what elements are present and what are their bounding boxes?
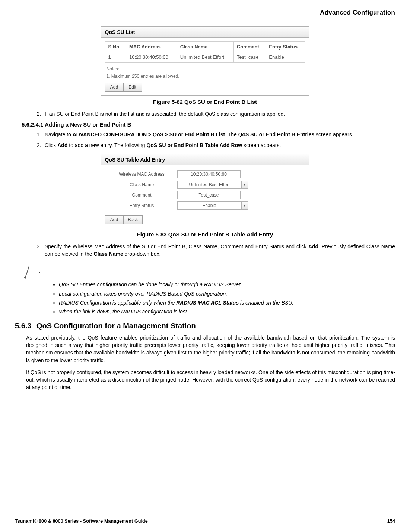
panel-title: QoS SU List [101,27,309,38]
t: Class Name [94,251,123,257]
row-class: Class Name Unlimited Best Effort ▾ [101,179,309,190]
col-mac: MAC Address [126,42,177,52]
page-header: Advanced Configuration [15,9,395,19]
cell-mac: 10:20:30:40:50:60 [126,52,177,63]
t: drop-down box. [123,251,160,257]
step-1: Navigate to ADVANCED CONFIGURATION > QoS… [42,131,395,138]
chevron-down-icon[interactable]: ▾ [241,181,248,189]
table-header-row: S.No. MAC Address Class Name Comment Ent… [105,42,305,52]
notes-label: Notes: [101,66,309,74]
note-icon [26,263,38,278]
t: QoS SU or End Point B Table Add Row [146,142,242,148]
cell-sno: 1 [105,52,126,63]
input-comment[interactable]: Test_case [177,191,241,199]
row-comment: Comment Test_case [101,190,309,200]
add-button[interactable]: Add [105,83,124,92]
cell-status: Enable [266,52,305,63]
step-2: If an SU or End Point B is not in the li… [42,110,395,118]
qos-su-list-table: S.No. MAC Address Class Name Comment Ent… [105,41,305,63]
note-item: RADIUS Configuration is applicable only … [59,299,395,306]
t: screen appears. [242,142,281,148]
notes-line: 1. Maximum 250 entries are allowed. [101,74,309,81]
select-status[interactable]: Enable [177,201,242,210]
table-row: 1 10:20:30:40:50:60 Unlimited Best Effor… [105,52,305,63]
label-comment: Comment [107,192,177,198]
footer-page-number: 154 [387,519,395,524]
step-2-text: If an SU or End Point B is not in the li… [45,111,285,117]
add-button[interactable]: Add [105,215,124,224]
note-item: QoS SU Entries configuration can be done… [59,281,395,288]
note-item: Local configuration takes priority over … [59,290,395,297]
footer-left: Tsunami® 800 & 8000 Series - Software Ma… [15,519,148,524]
col-class: Class Name [177,42,233,52]
cell-class: Unlimited Best Effort [177,52,233,63]
qos-su-add-panel: QoS SU Table Add Entry Wireless MAC Addr… [101,154,309,228]
t: Navigate to [45,131,73,137]
figure-caption: Figure 5-82 QoS SU or End Point B List [15,99,395,105]
col-sno: S.No. [105,42,126,52]
paragraph: If QoS is not properly configured, the s… [26,369,395,391]
select-class[interactable]: Unlimited Best Effort [177,181,242,189]
t: Add [57,142,67,148]
row-status: Entry Status Enable ▾ [101,200,309,211]
input-mac[interactable]: 10:20:30:40:50:60 [177,170,241,178]
chevron-down-icon[interactable]: ▾ [241,201,248,210]
t: . The [225,131,238,137]
t: is enabled on the BSU. [239,300,293,306]
label-mac: Wireless MAC Address [107,172,177,177]
t: to add a new entry. The following [67,142,146,148]
edit-button[interactable]: Edit [123,83,142,92]
t: RADIUS Configuration is applicable only … [59,300,176,306]
note-block: : QoS SU Entries configuration can be do… [26,263,395,315]
figure-5-83: QoS SU Table Add Entry Wireless MAC Addr… [15,154,395,238]
note-colon: : [39,267,40,274]
figure-5-82: QoS SU List S.No. MAC Address Class Name… [15,26,395,105]
heading-5-6-3: 5.6.3QoS Configuration for a Management … [15,322,395,330]
col-status: Entry Status [266,42,305,52]
t: screen appears. [314,131,353,137]
label-status: Entry Status [107,203,177,208]
heading-5-6-2-4-1: 5.6.2.4.1 Adding a New SU or End Point B [22,121,395,128]
footer-rule [15,517,395,517]
header-rule [15,19,395,19]
cell-comment: Test_case [233,52,266,63]
heading-text: QoS Configuration for a Management Stati… [36,322,196,330]
col-comment: Comment [233,42,266,52]
t: ADVANCED CONFIGURATION > QoS > SU or End… [73,131,225,137]
paragraph: As stated previously, the QoS feature en… [26,334,395,364]
note-item: When the link is down, the RADIUS config… [59,308,395,315]
heading-number: 5.6.3 [15,322,36,330]
page-footer: Tsunami® 800 & 8000 Series - Software Ma… [15,517,395,524]
back-button[interactable]: Back [123,215,143,224]
panel-title: QoS SU Table Add Entry [101,154,309,165]
figure-caption: Figure 5-83 QoS SU or End Point B Table … [15,231,395,238]
row-mac: Wireless MAC Address 10:20:30:40:50:60 [101,169,309,179]
step-3: Specify the Wireless Mac Address of the … [42,243,395,258]
qos-su-list-panel: QoS SU List S.No. MAC Address Class Name… [101,26,309,96]
label-class: Class Name [107,182,177,187]
t: RADIUS MAC ACL Status [176,300,239,306]
t: Click [45,142,57,148]
t: Specify the Wireless Mac Address of the … [45,243,308,249]
t: QoS SU or End Point B Entries [238,131,315,137]
t: Add [308,243,318,249]
step-2b: Click Add to add a new entry. The follow… [42,141,395,149]
